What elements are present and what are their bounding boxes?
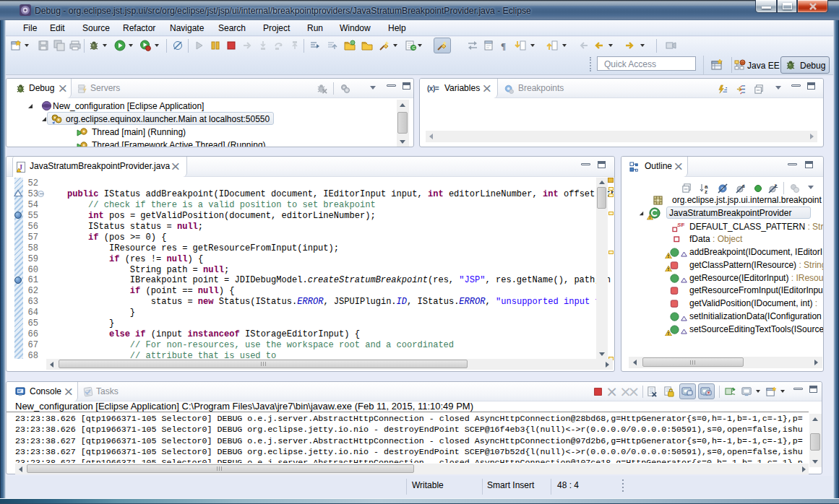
svg-text:¶: ¶ bbox=[501, 40, 506, 51]
svg-text:C: C bbox=[412, 45, 416, 50]
svg-text:F: F bbox=[681, 222, 685, 228]
